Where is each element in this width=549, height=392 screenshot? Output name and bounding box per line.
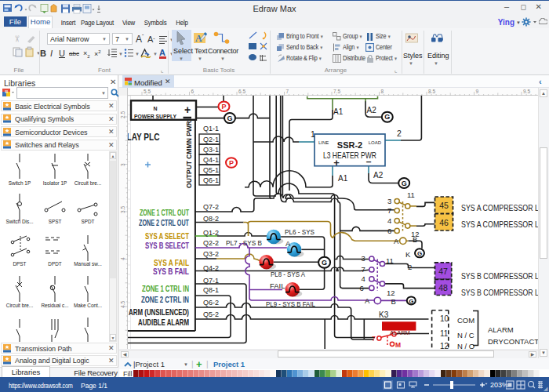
svg-text:SYS A COMPRESSOR L: SYS A COMPRESSOR L <box>461 220 538 229</box>
svg-text:48: 48 <box>438 283 448 292</box>
svg-text:6: 6 <box>360 284 364 292</box>
svg-text:Q6-2: Q6-2 <box>203 299 219 307</box>
svg-text:1: 1 <box>311 129 315 139</box>
svg-text:6: 6 <box>387 227 391 235</box>
svg-text:Q7-2: Q7-2 <box>203 203 219 211</box>
svg-text:47: 47 <box>438 267 448 276</box>
svg-text:6.5: 6.5 <box>238 89 245 94</box>
svg-text:3.5: 3.5 <box>120 206 125 213</box>
svg-text:10: 10 <box>440 314 449 323</box>
svg-text:8: 8 <box>381 89 384 94</box>
svg-text:6: 6 <box>191 89 195 94</box>
svg-text:7: 7 <box>286 89 289 94</box>
svg-text:Q4-1: Q4-1 <box>203 156 219 164</box>
svg-text:7.5: 7.5 <box>333 89 340 94</box>
svg-text:4: 4 <box>387 216 391 225</box>
svg-text:PL9 - SYS B FAIL: PL9 - SYS B FAIL <box>266 299 315 308</box>
svg-text:ARM (UNSILENCED): ARM (UNSILENCED) <box>129 308 189 317</box>
svg-text:G: G <box>409 298 413 305</box>
svg-text:3: 3 <box>362 254 365 263</box>
svg-text:ZONE 2 CTRL IN: ZONE 2 CTRL IN <box>141 296 189 304</box>
svg-text:A2: A2 <box>367 106 377 114</box>
svg-text:POWER SUPPLY: POWER SUPPLY <box>134 114 177 119</box>
svg-text:Q5-1: Q5-1 <box>203 166 219 174</box>
svg-text:SYS B SELECT: SYS B SELECT <box>145 241 189 250</box>
svg-text:SYS A SELECT: SYS A SELECT <box>145 232 189 241</box>
svg-text:M: M <box>395 341 401 349</box>
svg-text:AUDIBLE ALARM: AUDIBLE ALARM <box>138 318 189 327</box>
svg-text:A: A <box>285 239 291 248</box>
svg-text:SYS B COMPRESSOR L: SYS B COMPRESSOR L <box>461 288 538 297</box>
svg-text:Q5-2: Q5-2 <box>203 310 219 318</box>
svg-text:B: B <box>391 297 396 306</box>
svg-text:Q3-1: Q3-1 <box>203 146 219 154</box>
svg-text:Q8-2: Q8-2 <box>203 215 219 223</box>
svg-text:+: + <box>333 157 340 169</box>
svg-text:Q8-1: Q8-1 <box>203 286 219 294</box>
svg-text:FAIL: FAIL <box>270 281 285 290</box>
svg-text:A2: A2 <box>373 171 384 180</box>
svg-text:G: G <box>384 113 390 121</box>
svg-text:9: 9 <box>476 89 479 94</box>
svg-text:4: 4 <box>362 274 365 283</box>
svg-text:12: 12 <box>440 342 449 350</box>
svg-text:46: 46 <box>439 218 449 227</box>
svg-text:LOAD: LOAD <box>369 140 382 145</box>
svg-text:Q3-2: Q3-2 <box>203 250 219 258</box>
svg-text:N / C: N / C <box>457 331 474 339</box>
svg-text:Q4-2: Q4-2 <box>203 264 219 272</box>
svg-text:N / O: N / O <box>457 342 474 349</box>
svg-text:7: 7 <box>372 335 376 343</box>
svg-text:3: 3 <box>120 163 125 166</box>
svg-text:ZONE 1 CTRL OUT: ZONE 1 CTRL OUT <box>140 209 189 217</box>
svg-text:11: 11 <box>407 191 415 199</box>
svg-text:P: P <box>221 103 226 111</box>
svg-text:2: 2 <box>397 129 402 138</box>
svg-text:2.5: 2.5 <box>120 111 125 118</box>
svg-text:K: K <box>405 250 411 259</box>
svg-text:A1: A1 <box>338 174 348 183</box>
svg-text:11: 11 <box>386 256 394 265</box>
svg-text:8.5: 8.5 <box>428 89 435 94</box>
svg-text:2: 2 <box>408 263 412 271</box>
svg-text:4.5: 4.5 <box>120 301 125 308</box>
svg-text:SYS A COMPRESSOR L: SYS A COMPRESSOR L <box>461 203 538 212</box>
svg-text:5.5: 5.5 <box>144 89 151 94</box>
svg-text:P: P <box>229 159 234 167</box>
svg-text:OUTPUT CMMN PWR: OUTPUT CMMN PWR <box>185 121 193 188</box>
svg-text:N: N <box>153 106 157 111</box>
svg-text:12: 12 <box>387 289 395 297</box>
svg-text:PL8 - SYS A: PL8 - SYS A <box>271 270 306 278</box>
svg-text:B: B <box>413 235 417 244</box>
svg-text:Q2-2: Q2-2 <box>203 239 219 247</box>
svg-text:ALARM: ALARM <box>390 329 410 336</box>
svg-text:7: 7 <box>362 265 365 274</box>
svg-text:SYS A FAIL: SYS A FAIL <box>154 259 189 267</box>
svg-text:–: – <box>366 156 372 167</box>
svg-text:K3: K3 <box>379 310 389 319</box>
svg-text:ZONE 2 CTRL OUT: ZONE 2 CTRL OUT <box>139 219 189 227</box>
svg-text:Q1-1: Q1-1 <box>203 125 219 132</box>
svg-text:G: G <box>227 114 232 122</box>
svg-text:Q1-2: Q1-2 <box>203 229 219 237</box>
svg-text:11: 11 <box>440 329 449 338</box>
svg-text:7: 7 <box>387 206 391 215</box>
svg-text:A1: A1 <box>333 107 344 116</box>
svg-text:3: 3 <box>387 197 391 205</box>
svg-text:9.5: 9.5 <box>523 89 530 94</box>
svg-text:SYS B COMPRESSOR L: SYS B COMPRESSOR L <box>461 271 538 281</box>
svg-text:G: G <box>417 250 422 257</box>
svg-text:4: 4 <box>120 257 125 260</box>
svg-text:Q2-1: Q2-1 <box>203 136 219 143</box>
svg-text:A: A <box>365 296 370 305</box>
svg-text:SSR-2: SSR-2 <box>337 140 362 150</box>
svg-text:PL7 - SYS B: PL7 - SYS B <box>226 238 262 247</box>
svg-text:ALARM: ALARM <box>488 325 514 334</box>
svg-text:45: 45 <box>439 201 449 210</box>
svg-text:PL6 - SYS: PL6 - SYS <box>285 227 314 236</box>
svg-text:+: + <box>184 103 191 116</box>
svg-text:DRYCONTACT: DRYCONTACT <box>488 337 538 346</box>
svg-text:Q6-1: Q6-1 <box>203 176 219 184</box>
svg-text:LAY PLC: LAY PLC <box>128 131 160 143</box>
svg-text:COM: COM <box>457 316 474 325</box>
